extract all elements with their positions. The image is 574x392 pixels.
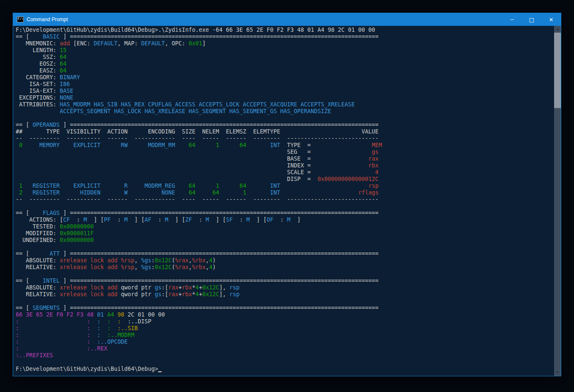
terminal-line: [16, 271, 554, 278]
terminal-line: LENGTH: 15: [16, 47, 554, 54]
terminal-line: [16, 244, 554, 250]
terminal-line: == [ FLAGS ] ===========================…: [16, 210, 554, 217]
terminal-line: EXCEPTIONS: NONE: [16, 95, 554, 101]
terminal-line: EASZ: 64: [16, 67, 554, 74]
close-button[interactable]: ✕: [541, 13, 561, 26]
window-title: Command Prompt: [27, 17, 68, 22]
terminal-line: ATTRIBUTES: HAS_MODRM HAS_SIB HAS_REX CP…: [16, 101, 554, 108]
terminal-line: ABSOLUTE: xrelease lock add qword ptr gs…: [16, 284, 554, 291]
terminal-line: INDEX = rbx: [16, 162, 554, 169]
titlebar-left: C:\ Command Prompt: [13, 17, 68, 22]
terminal-line: MODIFIED: 0x0000011F: [16, 230, 554, 237]
cmd-icon: C:\: [17, 17, 24, 22]
terminal-line: ACCEPTS_SEGMENT HAS_LOCK HAS_XRELEASE HA…: [16, 108, 554, 115]
terminal-output[interactable]: F:\Development\GitHub\zydis\Build64\Debu…: [13, 26, 554, 376]
terminal-line: BASE = rax: [16, 156, 554, 162]
terminal-line: ABSOLUTE: xrelease lock add %rsp, %gs:0x…: [16, 257, 554, 264]
terminal-line: F:\Development\GitHub\zydis\Build64\Debu…: [16, 27, 554, 33]
terminal-line: : :..REX: [16, 345, 554, 352]
terminal-line: SSZ: 64: [16, 54, 554, 61]
terminal-line: EOSZ: 64: [16, 61, 554, 67]
scroll-up-icon[interactable]: ▲: [554, 26, 561, 33]
terminal-line: RELATIVE: xrelease lock add %rsp, %gs:0x…: [16, 264, 554, 271]
terminal-line: -- --------- ---------- ------ ---------…: [16, 135, 554, 142]
terminal-line: F:\Development\GitHub\zydis\Build64\Debu…: [16, 366, 554, 373]
minimize-button[interactable]: ─: [502, 13, 522, 26]
scroll-down-icon[interactable]: ▼: [554, 369, 561, 376]
terminal-line: SEG = gs: [16, 149, 554, 156]
terminal-line: == [ SEGMENTS ] ========================…: [16, 305, 554, 311]
terminal-line: : : : :..MODRM: [16, 332, 554, 339]
terminal-line: ## TYPE VISIBILITY ACTION ENCODING SIZE …: [16, 128, 554, 135]
terminal-line: 66 3E 65 2E F0 F2 F3 48 01 A4 98 2C 01 0…: [16, 311, 554, 318]
terminal-line: : : : : : :..DISP: [16, 318, 554, 325]
terminal-line: 2 REGISTER HIDDEN W NONE 64 64 1 INT rfl…: [16, 189, 554, 196]
terminal-line: CATEGORY: BINARY: [16, 74, 554, 81]
terminal-line: == [ INTEL ] ===========================…: [16, 278, 554, 284]
window-body: F:\Development\GitHub\zydis\Build64\Debu…: [13, 26, 561, 376]
titlebar[interactable]: C:\ Command Prompt ─ □ ✕: [13, 13, 561, 26]
terminal-line: MNEMONIC: add [ENC: DEFAULT, MAP: DEFAUL…: [16, 40, 554, 47]
terminal-line: : : : : :..SIB: [16, 325, 554, 332]
terminal-line: [16, 359, 554, 366]
terminal-line: [16, 203, 554, 210]
terminal-line: ACTIONS: [CF : M ] [PF : M ] [AF : M ] […: [16, 217, 554, 223]
window-controls: ─ □ ✕: [502, 13, 561, 26]
terminal-line: == [ BASIC ] ===========================…: [16, 33, 554, 40]
terminal-line: [16, 115, 554, 122]
terminal-line: TESTED: 0x00000000: [16, 223, 554, 230]
terminal-line: == [ OPERANDS ] ========================…: [16, 122, 554, 128]
terminal-line: DISP = 0x000000000000012C: [16, 176, 554, 183]
terminal-line: UNDEFINED: 0x00000000: [16, 237, 554, 244]
terminal-line: == [ ATT ] =============================…: [16, 250, 554, 257]
scrollbar-thumb[interactable]: [554, 33, 561, 108]
terminal-line: 0 MEMORY EXPLICIT RW MODRM_RM 64 1 64 IN…: [16, 142, 554, 149]
terminal-line: SCALE = 4: [16, 169, 554, 176]
terminal-line: :..PREFIXES: [16, 352, 554, 359]
terminal-line: [16, 298, 554, 305]
terminal-line: 1 REGISTER EXPLICIT R MODRM_REG 64 1 64 …: [16, 183, 554, 189]
maximize-button[interactable]: □: [522, 13, 541, 26]
terminal-line: RELATIVE: xrelease lock add qword ptr gs…: [16, 291, 554, 298]
terminal-line: : : :..OPCODE: [16, 339, 554, 345]
terminal-line: -- --------- ---------- ------ ---------…: [16, 196, 554, 203]
terminal-line: ISA-SET: I86: [16, 81, 554, 88]
terminal-line: ISA-EXT: BASE: [16, 88, 554, 95]
command-prompt-window: C:\ Command Prompt ─ □ ✕ F:\Development\…: [13, 13, 561, 376]
scrollbar[interactable]: ▲ ▼: [554, 26, 561, 376]
